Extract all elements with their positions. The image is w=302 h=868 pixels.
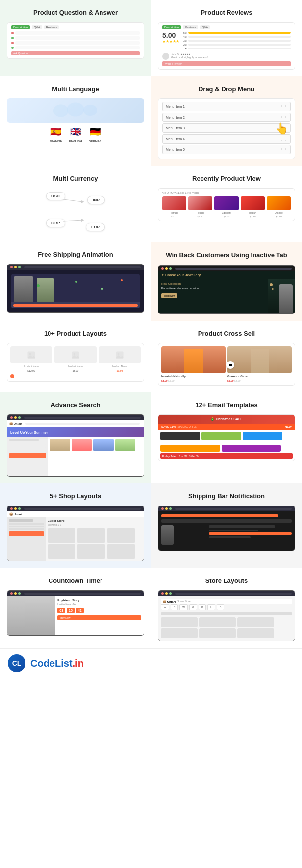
- sl-dot-red: [161, 592, 164, 595]
- english-flag: 🇬🇧: [69, 125, 82, 139]
- spanish-flag: 🇪🇸: [49, 125, 63, 139]
- dnd-row-1[interactable]: Menu Item 1 ⋮⋮: [162, 102, 291, 111]
- ct-buy-button[interactable]: Buy Now: [57, 615, 141, 620]
- ct-hours: 03: [57, 608, 65, 613]
- dnd-row-5[interactable]: Menu Item 5 ⋮⋮: [162, 145, 291, 154]
- search-products: [50, 439, 142, 451]
- rpv-name-4: Radish: [249, 211, 256, 214]
- product-placeholder-icon: [26, 350, 36, 360]
- drag-icon-4: ⋮⋮: [279, 137, 287, 141]
- ship-progress: [13, 304, 138, 307]
- svg-point-6: [29, 353, 31, 355]
- write-review-button[interactable]: Write a Review: [162, 61, 291, 66]
- search-hero: Level Up Your Summer: [7, 427, 144, 437]
- wb-shop-button[interactable]: Shop Now: [161, 293, 177, 298]
- rv-tab-qa: Q&A: [200, 25, 210, 29]
- codelist-brand-name: CodeList.in: [30, 658, 84, 669]
- sb-progress-bar: [209, 532, 292, 535]
- review-score: 5.00: [162, 31, 179, 39]
- svg-point-0: [53, 105, 68, 117]
- qa-ask-button[interactable]: Ask Question: [11, 51, 140, 55]
- rpv-subtitle: YOU MAY ALSO LIKE THIS: [162, 192, 291, 194]
- svg-rect-5: [28, 351, 35, 359]
- search-prod-3: [93, 439, 113, 451]
- dnd-mockup: Menu Item 1 ⋮⋮ Menu Item 2 ⋮⋮ Menu Item …: [158, 98, 295, 159]
- sl-dot-green: [169, 592, 172, 595]
- card-advance-search: Advance Search 📦 Uniart: [0, 392, 151, 483]
- wb-dot-green: [169, 267, 172, 270]
- wb-gem-1: [270, 283, 273, 286]
- sb-content-line-3: [209, 536, 250, 538]
- shop-prod-6: [107, 544, 135, 559]
- sl-item-4: [161, 628, 198, 638]
- layouts-mockup: Product Name $12.00 Product Name $8.00: [7, 343, 144, 382]
- shop-side-f3: [9, 528, 44, 530]
- crosssell-mockup: Nourish Naturally $3.00 $5.99 ⇄: [158, 343, 295, 386]
- dnd-item-3: Menu Item 3: [166, 126, 185, 130]
- wb-text-area: New Collection Elegant jewelry for every…: [158, 279, 268, 313]
- s-dot-yellow: [14, 416, 17, 419]
- sb-dot-green: [169, 507, 172, 510]
- rpv-img-5: [267, 196, 291, 210]
- sb-dot-yellow: [165, 507, 168, 510]
- layout-indicator-dot: [10, 374, 14, 378]
- sl-dot-yellow: [165, 592, 168, 595]
- swap-icon[interactable]: ⇄: [226, 361, 234, 369]
- layout-price-1: $12.00: [27, 369, 35, 372]
- sb-content-line-2: [209, 530, 258, 531]
- svg-point-8: [74, 353, 76, 355]
- card-product-qa: Product Question & Answer Description Q&…: [0, 0, 151, 76]
- cs-price-new-2: $6.99: [227, 379, 234, 382]
- sl-item-6: [237, 628, 274, 638]
- card-title-crosssell: Product Cross Sell: [198, 330, 255, 337]
- store-mockup: 📦 Uniart Some Store W C W G P U B: [158, 590, 295, 641]
- german-flag: 🇩🇪: [88, 125, 102, 139]
- ct-person-image: [7, 596, 55, 635]
- card-title-shop: 5+ Shop Layouts: [50, 492, 101, 500]
- card-title-lang: Multi Language: [52, 85, 99, 93]
- wb-store-name: ✦ Chose Your Jewellery: [161, 273, 292, 277]
- search-apply-btn[interactable]: [9, 453, 46, 458]
- email-feature-2: [222, 445, 281, 452]
- ship-mockup: [7, 264, 144, 313]
- sl-logo-p: P: [199, 604, 206, 610]
- shop-filter-btn[interactable]: [9, 531, 44, 536]
- rpv-mockup: YOU MAY ALSO LIKE THIS Tomato $2.00 Pepp…: [158, 188, 295, 221]
- card-title-layouts: 10+ Product Layouts: [44, 330, 107, 337]
- dnd-row-4[interactable]: Menu Item 4 ⋮⋮: [162, 134, 291, 144]
- dnd-row-2[interactable]: Menu Item 2 ⋮⋮: [162, 113, 291, 122]
- search-filter-4: [9, 449, 46, 451]
- ship-bottombar: [11, 302, 140, 308]
- cs-price-2: $6.99 $8.99: [227, 379, 292, 382]
- card-product-crosssell: Product Cross Sell Nourish Naturally $3.…: [151, 321, 302, 392]
- card-drag-drop-menu: Drag & Drop Menu Menu Item 1 ⋮⋮ Menu Ite…: [151, 76, 302, 166]
- svg-point-1: [67, 103, 84, 117]
- rpv-items-list: Tomato $2.00 Pepper $3.50 Eggplant $4.00: [162, 196, 291, 218]
- sl-item-2: [199, 617, 236, 627]
- review-stars: ★★★★★: [162, 39, 179, 44]
- cs-price-1: $3.00 $5.99: [161, 379, 226, 382]
- shop-mockup: 📦 Uniart Latest Store: [7, 506, 144, 561]
- language-map: [7, 98, 144, 123]
- ct-minutes: 15: [67, 608, 75, 613]
- card-win-back: Win Back Customers Using Inactive Tab ✦ …: [151, 242, 302, 321]
- rv-tab-desc: Description: [162, 25, 181, 29]
- rv-tab-rev: Reviews: [183, 25, 198, 29]
- search-filter-3: [9, 446, 46, 448]
- cs-model-1: [184, 349, 203, 373]
- dnd-row-3[interactable]: Menu Item 3 ⋮⋮: [162, 123, 291, 133]
- wb-model-area: [268, 279, 295, 313]
- currency-arrows: [46, 192, 105, 231]
- s-dot-green: [18, 416, 21, 419]
- search-browser-dots: [10, 416, 21, 419]
- ct-seconds: 42: [76, 608, 84, 613]
- shop-prod-2: [77, 528, 105, 543]
- spanish-label: SPANISH: [50, 140, 62, 143]
- product-placeholder-icon-3: [115, 350, 125, 360]
- sb-browser-header: [158, 506, 295, 511]
- email-timer-values: 3 hr 5M | 3 Get 5M: [179, 455, 200, 458]
- rpv-price-2: $3.50: [198, 215, 204, 218]
- search-hero-text: Level Up Your Summer: [10, 431, 48, 434]
- search-main-area: [48, 437, 144, 476]
- sl-logo-row: W C W G P U B: [161, 604, 292, 610]
